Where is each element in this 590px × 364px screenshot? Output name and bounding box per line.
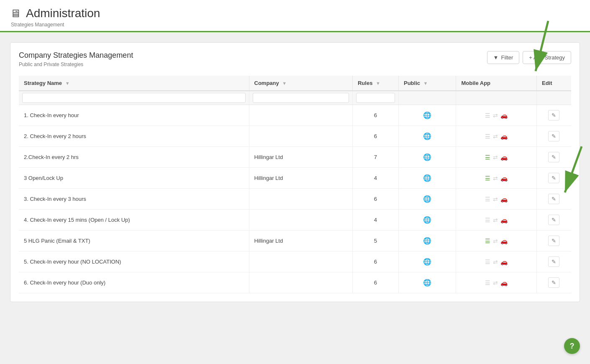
- list-icon: ☰: [485, 112, 490, 119]
- top-bar: 🖥 Administration Strategies Management: [0, 0, 590, 32]
- strategies-table: Strategy Name ▼ Company ▼ Rules ▼ Public…: [19, 76, 571, 293]
- edit-button[interactable]: ✎: [548, 194, 559, 204]
- cell-public: 🌐: [398, 231, 456, 251]
- monitor-icon: 🖥: [10, 7, 21, 20]
- cell-rules: 7: [352, 147, 398, 168]
- cell-name: 5 HLG Panic (Email & TXT): [19, 231, 249, 251]
- cell-company: [249, 251, 352, 272]
- list-icon: ☰: [485, 133, 490, 140]
- cell-public: 🌐: [398, 126, 456, 147]
- list-icon: ☰: [485, 238, 490, 244]
- truck-icon: 🚗: [500, 154, 508, 161]
- cell-name: 5. Check-In every hour (NO LOCATION): [19, 251, 249, 272]
- edit-button[interactable]: ✎: [548, 152, 559, 162]
- cell-rules: 6: [352, 126, 398, 147]
- cell-name: 3. Check-In every 3 hours: [19, 189, 249, 210]
- globe-public-icon: 🌐: [423, 112, 431, 119]
- cell-name: 1. Check-In every hour: [19, 105, 249, 126]
- truck-icon: 🚗: [500, 279, 508, 286]
- card-title-block: Company Strategies Management Public and…: [19, 51, 133, 67]
- cell-edit: ✎: [536, 210, 571, 231]
- sort-arrow-rules: ▼: [376, 81, 380, 86]
- cell-name: 4. Check-In every 15 mins (Open / Lock U…: [19, 210, 249, 231]
- truck-icon: 🚗: [500, 133, 508, 140]
- globe-public-icon: 🌐: [423, 258, 431, 265]
- card-header: Company Strategies Management Public and…: [19, 51, 571, 67]
- cell-rules: 6: [352, 272, 398, 293]
- cell-rules: 4: [352, 168, 398, 189]
- cell-edit: ✎: [536, 189, 571, 210]
- content-area: Company Strategies Management Public and…: [0, 32, 590, 312]
- connection-icon: ⇄: [493, 112, 498, 119]
- connection-icon: ⇄: [493, 175, 498, 182]
- truck-icon: 🚗: [500, 259, 508, 265]
- add-strategy-button[interactable]: + Add Strategy: [523, 51, 571, 64]
- cell-mobile: ☰⇄🚗: [456, 210, 537, 231]
- truck-icon: 🚗: [500, 217, 508, 223]
- cell-company: Hillingar Ltd: [249, 168, 352, 189]
- edit-button[interactable]: ✎: [548, 256, 559, 267]
- sort-arrow-public: ▼: [423, 81, 428, 86]
- list-icon: ☰: [485, 154, 490, 161]
- edit-button[interactable]: ✎: [548, 236, 559, 246]
- list-icon: ☰: [485, 196, 490, 203]
- connection-icon: ⇄: [493, 238, 498, 244]
- strategies-card: Company Strategies Management Public and…: [10, 42, 580, 302]
- cell-mobile: ☰⇄🚗: [456, 168, 537, 189]
- cell-mobile: ☰⇄🚗: [456, 231, 537, 251]
- edit-button[interactable]: ✎: [548, 131, 559, 141]
- col-header-rules[interactable]: Rules ▼: [352, 76, 398, 91]
- table-row: 2. Check-In every 2 hours6🌐☰⇄🚗✎: [19, 126, 571, 147]
- connection-icon: ⇄: [493, 259, 498, 265]
- col-header-edit: Edit: [536, 76, 571, 91]
- cell-edit: ✎: [536, 147, 571, 168]
- page-title: 🖥 Administration: [10, 7, 580, 20]
- col-header-public[interactable]: Public ▼: [398, 76, 456, 91]
- table-row: 5 HLG Panic (Email & TXT)Hillingar Ltd5🌐…: [19, 231, 571, 251]
- cell-name: 2. Check-In every 2 hours: [19, 126, 249, 147]
- sort-arrow-company: ▼: [282, 81, 287, 86]
- filter-rules-input[interactable]: [356, 93, 395, 103]
- truck-icon: 🚗: [500, 175, 508, 182]
- cell-rules: 6: [352, 189, 398, 210]
- cell-company: [249, 272, 352, 293]
- truck-icon: 🚗: [500, 196, 508, 203]
- cell-edit: ✎: [536, 251, 571, 272]
- card-title: Company Strategies Management: [19, 51, 133, 60]
- table-row: 1. Check-In every hour6🌐☰⇄🚗✎: [19, 105, 571, 126]
- cell-edit: ✎: [536, 272, 571, 293]
- table-row: 3. Check-In every 3 hours6🌐☰⇄🚗✎: [19, 189, 571, 210]
- breadcrumb: Strategies Management: [10, 22, 580, 28]
- sort-arrow-name: ▼: [65, 81, 70, 86]
- col-header-company[interactable]: Company ▼: [249, 76, 352, 91]
- connection-icon: ⇄: [493, 133, 498, 140]
- edit-button[interactable]: ✎: [548, 110, 559, 120]
- cell-company: [249, 189, 352, 210]
- cell-mobile: ☰⇄🚗: [456, 105, 537, 126]
- filter-name-input[interactable]: [22, 93, 246, 103]
- edit-button[interactable]: ✎: [548, 173, 559, 183]
- edit-button[interactable]: ✎: [548, 277, 559, 288]
- cell-public: 🌐: [398, 147, 456, 168]
- list-icon: ☰: [485, 259, 490, 265]
- cell-company: [249, 105, 352, 126]
- filter-company-input[interactable]: [253, 93, 349, 103]
- globe-private-icon: 🌐: [423, 174, 431, 182]
- edit-button[interactable]: ✎: [548, 215, 559, 225]
- filter-button[interactable]: ▼ Filter: [487, 51, 520, 64]
- cell-public: 🌐: [398, 189, 456, 210]
- filter-icon: ▼: [493, 54, 499, 61]
- col-header-mobile: Mobile App: [456, 76, 537, 91]
- connection-icon: ⇄: [493, 196, 498, 203]
- cell-mobile: ☰⇄🚗: [456, 251, 537, 272]
- table-row: 4. Check-In every 15 mins (Open / Lock U…: [19, 210, 571, 231]
- cell-edit: ✎: [536, 231, 571, 251]
- cell-edit: ✎: [536, 168, 571, 189]
- col-header-name[interactable]: Strategy Name ▼: [19, 76, 249, 91]
- table-body: 1. Check-In every hour6🌐☰⇄🚗✎2. Check-In …: [19, 105, 571, 293]
- cell-mobile: ☰⇄🚗: [456, 126, 537, 147]
- cell-public: 🌐: [398, 251, 456, 272]
- cell-edit: ✎: [536, 105, 571, 126]
- globe-private-icon: 🌐: [423, 154, 431, 161]
- list-icon: ☰: [485, 217, 490, 223]
